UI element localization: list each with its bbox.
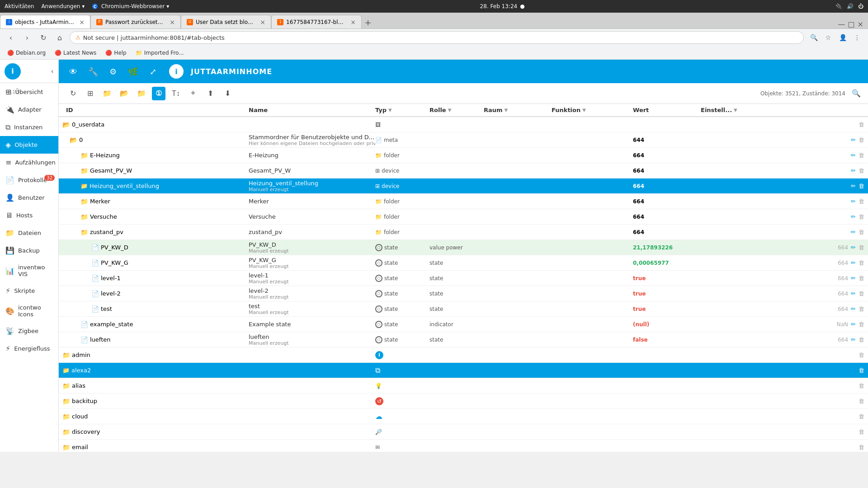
sidebar-item-hosts[interactable]: 🖥 Hosts <box>0 206 58 224</box>
bookmark-news[interactable]: 🔴 Latest News <box>52 49 99 57</box>
edit-icon[interactable]: ✏ <box>851 305 856 312</box>
address-input[interactable]: ⚠ Not secure | juttaarminhome:8081/#tab-… <box>70 31 804 44</box>
table-row-pvkwd[interactable]: 📄 PV_KW_D PV_KW_D Manuell erzeugt ○ stat… <box>59 240 868 255</box>
sidebar-item-protokolle[interactable]: 📄 Protokolle 32 <box>0 171 58 189</box>
sidebar-item-instanzen[interactable]: ⧉ Instanzen <box>0 118 58 136</box>
number-button[interactable]: ① <box>152 87 165 100</box>
edit-icon[interactable]: ✏ <box>851 259 856 266</box>
delete-icon[interactable]: 🗑 <box>859 398 864 404</box>
table-row[interactable]: 📁 admin i 🗑 <box>59 347 868 363</box>
delete-icon[interactable]: 🗑 <box>859 382 864 389</box>
sort-button[interactable]: T↕ <box>169 87 183 100</box>
edit-icon[interactable]: ✏ <box>851 336 856 343</box>
new-tab-button[interactable]: + <box>362 16 374 28</box>
open-folder-button[interactable]: 📂 <box>118 87 131 100</box>
edit-icon[interactable]: ✏ <box>851 275 856 282</box>
col-header-einstellung[interactable]: Einstell... ▼ <box>701 107 868 113</box>
header-view-icon[interactable]: 👁 <box>66 64 80 79</box>
tab3-close[interactable]: × <box>260 19 265 26</box>
back-button[interactable]: ‹ <box>5 31 17 44</box>
table-row[interactable]: 📁 cloud ☁ 🗑 <box>59 409 868 424</box>
bookmark-icon[interactable]: ☆ <box>822 31 835 44</box>
browser-tab-4[interactable]: 1 1677584773167-block... × <box>271 15 362 28</box>
edit-icon[interactable]: ✏ <box>851 229 856 235</box>
delete-icon[interactable]: 🗑 <box>859 136 864 143</box>
sidebar-toggle-button[interactable]: ‹ <box>51 67 54 75</box>
delete-icon[interactable]: 🗑 <box>859 152 864 159</box>
search-icon[interactable]: 🔍 <box>807 31 820 44</box>
edit-icon[interactable]: ✏ <box>851 183 856 189</box>
sidebar-item-backup[interactable]: 💾 Backup <box>0 242 58 259</box>
sidebar-item-objekte[interactable]: ◈ Objekte <box>0 136 58 154</box>
edit-icon[interactable]: ✏ <box>851 198 856 205</box>
forward-button[interactable]: › <box>21 31 33 44</box>
delete-icon[interactable]: 🗑 <box>859 183 864 189</box>
folder-blue-button[interactable]: 📁 <box>135 87 148 100</box>
delete-icon[interactable]: 🗑 <box>859 352 864 358</box>
table-row[interactable]: 📁 discovery 🔎 🗑 <box>59 424 868 440</box>
tab-bar-min[interactable]: — <box>838 20 845 28</box>
refresh-button[interactable]: ↻ <box>66 87 80 100</box>
tab1-close[interactable]: × <box>79 19 85 26</box>
table-row[interactable]: 📁 Gesamt_PV_W Gesamt_PV_W ⊞ device 664 ✏… <box>59 163 868 178</box>
sidebar-item-energiefluss[interactable]: ⚡ Energiefluss <box>0 340 58 357</box>
delete-icon[interactable]: 🗑 <box>859 198 864 205</box>
table-row[interactable]: 📁 Merker Merker 📁 folder 664 ✏ 🗑 <box>59 194 868 209</box>
delete-icon[interactable]: 🗑 <box>859 321 864 328</box>
table-row[interactable]: 📁 zustand_pv zustand_pv 📁 folder 664 ✏ 🗑 <box>59 225 868 240</box>
table-row[interactable]: 📄 lueften lueften Manuell erzeugt ○ stat… <box>59 332 868 347</box>
col-header-typ[interactable]: Typ ▼ <box>375 107 429 113</box>
download-button[interactable]: ⬇ <box>221 87 234 100</box>
table-row[interactable]: 📄 example_state Example state ○ state in… <box>59 317 868 332</box>
delete-icon[interactable]: 🗑 <box>859 290 864 297</box>
delete-icon[interactable]: 🗑 <box>859 121 864 128</box>
browser-tab-1[interactable]: i objects - JuttaArminHo... × <box>0 15 90 28</box>
delete-icon[interactable]: 🗑 <box>859 259 864 266</box>
edit-icon[interactable]: ✏ <box>851 136 856 143</box>
edit-icon[interactable]: ✏ <box>851 244 856 251</box>
sidebar-item-dateien[interactable]: 📁 Dateien <box>0 224 58 242</box>
delete-icon[interactable]: 🗑 <box>859 213 864 220</box>
table-row[interactable]: 📁 email ✉ 🗑 <box>59 440 868 452</box>
delete-icon[interactable]: 🗑 <box>859 428 864 435</box>
table-row[interactable]: 📁 alias 💡 🗑 <box>59 378 868 394</box>
table-row[interactable]: 📁 backitup ↺ 🗑 <box>59 394 868 409</box>
view-folder-button[interactable]: 📁 <box>100 87 114 100</box>
header-settings-icon[interactable]: ⚙ <box>106 64 120 79</box>
view-grid-button[interactable]: ⊞ <box>83 87 97 100</box>
delete-icon[interactable]: 🗑 <box>859 336 864 343</box>
table-row[interactable]: 📁 E-Heizung E-Heizung 📁 folder 664 ✏ 🗑 <box>59 148 868 163</box>
table-row[interactable]: 📄 PV_KW_G PV_KW_G Manuell erzeugt ○ stat… <box>59 255 868 271</box>
table-row-heizung-selected[interactable]: 📁 Heizung_ventil_stellung Heizung_ventil… <box>59 178 868 194</box>
delete-icon[interactable]: 🗑 <box>859 367 864 374</box>
bookmark-debian[interactable]: 🔴 Debian.org <box>5 49 48 57</box>
header-expand-icon[interactable]: ⤢ <box>146 64 160 79</box>
tab2-close[interactable]: × <box>170 19 175 26</box>
edit-icon[interactable]: ✏ <box>851 321 856 328</box>
sidebar-item-aufzahlungen[interactable]: ≡ Aufzählungen <box>0 154 58 171</box>
delete-icon[interactable]: 🗑 <box>859 229 864 235</box>
edit-icon[interactable]: ✏ <box>851 290 856 297</box>
header-plant-icon[interactable]: 🌿 <box>126 64 140 79</box>
bookmark-help[interactable]: 🔴 Help <box>103 49 129 57</box>
profile-icon[interactable]: 👤 <box>836 31 849 44</box>
reload-button[interactable]: ↻ <box>37 31 50 44</box>
delete-icon[interactable]: 🗑 <box>859 275 864 282</box>
col-header-funktion[interactable]: Funktion ▼ <box>552 107 633 113</box>
header-tools-icon[interactable]: 🔧 <box>86 64 100 79</box>
delete-icon[interactable]: 🗑 <box>859 413 864 420</box>
delete-icon[interactable]: 🗑 <box>859 167 864 174</box>
edit-icon[interactable]: ✏ <box>851 167 856 174</box>
col-header-rolle[interactable]: Rolle ▼ <box>429 107 484 113</box>
col-header-raum[interactable]: Raum ▼ <box>484 107 552 113</box>
table-row[interactable]: 📁 Versuche Versuche 📁 folder 664 ✏ 🗑 <box>59 209 868 225</box>
table-row[interactable]: 📄 level-2 level-2 Manuell erzeugt ○ stat… <box>59 286 868 301</box>
table-row[interactable]: 📂 0_userdata 🖼 🗑 <box>59 117 868 132</box>
sidebar-item-icontwo[interactable]: 🎨 icontwo Icons <box>0 300 58 322</box>
delete-icon[interactable]: 🗑 <box>859 305 864 312</box>
delete-icon[interactable]: 🗑 <box>859 444 864 450</box>
home-button[interactable]: ⌂ <box>53 31 66 44</box>
menu-icon[interactable]: ⋮ <box>851 31 863 44</box>
table-row[interactable]: 📄 test test Manuell erzeugt ○ state stat… <box>59 301 868 317</box>
tab-bar-max[interactable]: □ <box>848 20 854 28</box>
